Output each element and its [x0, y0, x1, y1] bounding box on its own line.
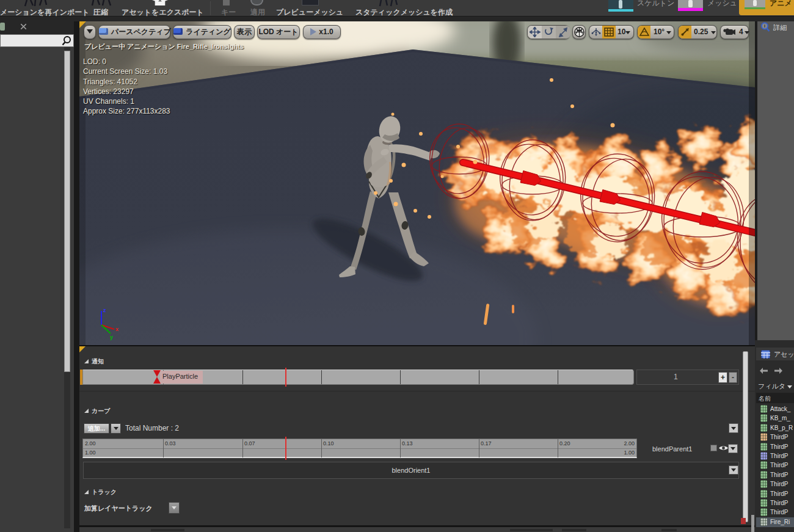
- svg-text:z: z: [103, 307, 106, 313]
- svg-text:y: y: [110, 334, 113, 340]
- svg-text:i: i: [764, 24, 765, 28]
- svg-text:x: x: [115, 326, 118, 332]
